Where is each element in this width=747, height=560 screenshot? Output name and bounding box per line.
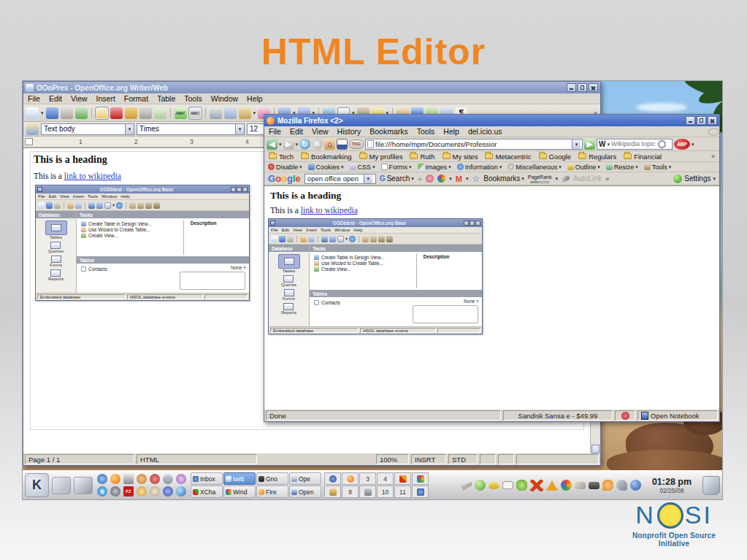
close-button[interactable] [708, 116, 717, 125]
tray-xkill-icon[interactable] [530, 480, 543, 491]
reload-icon[interactable]: ↻ [299, 139, 310, 150]
scroll-down-button[interactable] [591, 445, 599, 453]
combo-dropdown-button[interactable]: ▾ [125, 124, 134, 134]
bookmarks-overflow-icon[interactable]: » [711, 153, 715, 160]
clock[interactable]: 01:28 pm 02/25/08 [644, 477, 700, 494]
webdev-images[interactable]: Images▾ [418, 164, 451, 171]
webdev-css[interactable]: CSS▾ [350, 164, 375, 171]
task-inbox[interactable]: Inbox [191, 472, 223, 485]
gimp-launcher-icon[interactable] [176, 474, 186, 484]
crosshair-icon[interactable]: + [418, 174, 422, 183]
tray-kontact-icon[interactable] [630, 480, 641, 491]
go-icon[interactable]: ▶ [584, 139, 595, 150]
dropdown-arrow-icon[interactable]: ▾ [41, 110, 44, 115]
status-select-mode[interactable]: STD [448, 454, 478, 464]
bookmark-folder-metacentric[interactable]: Metacentric [485, 153, 531, 161]
gbar-overflow-icon[interactable]: » [605, 175, 609, 183]
menu-file[interactable]: File [264, 126, 286, 137]
filezilla-launcher-icon[interactable]: FZ [123, 486, 134, 496]
home-icon[interactable]: ⌂ [324, 139, 335, 150]
pager-desktop-6[interactable] [412, 472, 429, 485]
menu-format[interactable]: Format [120, 93, 153, 104]
url-dropdown-button[interactable]: ▾ [572, 139, 581, 149]
bookmark-folder-google[interactable]: Google [539, 153, 572, 161]
task-window[interactable]: Wind [223, 486, 256, 498]
search-magnifier-icon[interactable] [658, 140, 666, 148]
bookmark-folder-financial[interactable]: Financial [624, 153, 662, 161]
new-document-icon[interactable] [26, 107, 39, 119]
skype-launcher-icon[interactable]: S [97, 486, 107, 496]
pager-desktop-4[interactable]: 4 [377, 472, 394, 485]
pager-desktop-10[interactable]: 10 [377, 486, 394, 498]
bookmark-folder-ruth[interactable]: Ruth [410, 153, 434, 161]
show-desktop-button[interactable] [52, 477, 71, 494]
edit-file-icon[interactable] [96, 107, 108, 119]
minimize-button[interactable] [567, 83, 576, 92]
menu-history[interactable]: History [333, 126, 366, 137]
back-icon[interactable]: ◀ [267, 139, 277, 150]
tab-split-icon[interactable] [337, 139, 348, 150]
webdev-outline[interactable]: Outline▾ [567, 164, 600, 171]
trash-icon[interactable] [702, 476, 720, 495]
menu-table[interactable]: Table [153, 93, 180, 104]
kopete-launcher-icon[interactable] [137, 486, 147, 496]
dropdown-arrow-icon[interactable]: ▾ [279, 142, 282, 147]
embedded-base-image[interactable]: OODbtest - OpenOffice.org Base File Edit… [35, 185, 250, 301]
editor-launcher-icon[interactable] [123, 474, 134, 484]
wikipedia-link[interactable]: link to wikipedia [64, 172, 121, 180]
dropdown-arrow-icon[interactable]: ▾ [466, 176, 469, 181]
status-doc-type[interactable]: HTML [137, 454, 257, 464]
save-icon[interactable] [61, 107, 73, 119]
task-firefox[interactable]: Fire [256, 486, 288, 498]
adblock-plus-icon[interactable]: ABP [674, 139, 690, 150]
firefox-page-content[interactable]: This is a heading This is a link to wiki… [264, 185, 719, 410]
pager-desktop-7[interactable] [324, 486, 341, 498]
menu-edit[interactable]: Edit [286, 126, 307, 137]
menu-delicious[interactable]: del.icio.us [464, 126, 507, 137]
browser-launcher-icon[interactable] [97, 474, 107, 484]
combo-dropdown-button[interactable]: ▾ [235, 124, 244, 134]
tag-icon[interactable]: TAG [349, 139, 364, 149]
task-openoffice-1[interactable]: Ope [289, 472, 321, 485]
location-bar[interactable]: ▾ [365, 139, 583, 150]
autospellcheck-icon[interactable]: ABC [189, 107, 202, 119]
pager-desktop-5[interactable] [394, 472, 411, 485]
paragraph-style-combo[interactable]: Text body ▾ [41, 123, 134, 135]
tray-hand-icon[interactable] [616, 480, 627, 491]
kontact-launcher-icon[interactable] [137, 474, 147, 484]
page-preview-icon[interactable] [139, 107, 152, 119]
export-pdf-icon[interactable] [110, 107, 123, 119]
google-settings[interactable]: Settings▾ [673, 174, 716, 183]
dropdown-arrow-icon[interactable]: ▾ [607, 142, 610, 147]
tray-keyboard-icon[interactable] [589, 482, 599, 489]
open-notebook-button[interactable]: Open Notebook [637, 410, 718, 421]
menu-help[interactable]: Help [242, 93, 267, 104]
menu-view[interactable]: View [66, 93, 92, 104]
wikipedia-search-input[interactable] [611, 140, 656, 147]
status-zoom[interactable]: 100% [376, 454, 409, 464]
bookmark-folder-bookmarking[interactable]: Bookmarking [301, 153, 351, 161]
dropdown-arrow-icon[interactable]: ▾ [449, 176, 452, 181]
firefox-titlebar[interactable]: Mozilla Firefox <2> [264, 115, 719, 126]
tray-network-icon[interactable] [516, 480, 527, 491]
camera-launcher-icon[interactable] [110, 486, 120, 496]
menu-help[interactable]: Help [439, 126, 464, 137]
tray-alarm-icon[interactable] [546, 480, 558, 491]
bookmark-folder-my-profiles[interactable]: My profiles [359, 153, 403, 161]
webdev-information[interactable]: Information▾ [457, 164, 502, 171]
task-gnome[interactable]: Gno [256, 472, 288, 485]
query-dropdown-button[interactable]: ▾ [364, 174, 372, 183]
menu-tools[interactable]: Tools [180, 93, 207, 104]
status-page[interactable]: Page 1 / 1 [25, 454, 134, 464]
minimize-button[interactable] [686, 116, 695, 125]
close-button[interactable] [589, 83, 598, 92]
kde-menu-button[interactable]: K [25, 473, 49, 497]
kpdf-launcher-icon[interactable] [163, 486, 173, 496]
google-earth-launcher-icon[interactable] [176, 486, 186, 496]
wikipedia-link[interactable]: link to wikipedia [301, 206, 358, 215]
tray-eraser-icon[interactable] [575, 482, 586, 489]
url-input[interactable] [375, 140, 570, 148]
copy-icon[interactable] [224, 107, 237, 119]
spellcheck-pinwheel-icon[interactable] [437, 174, 445, 183]
maximize-button[interactable] [697, 116, 706, 125]
